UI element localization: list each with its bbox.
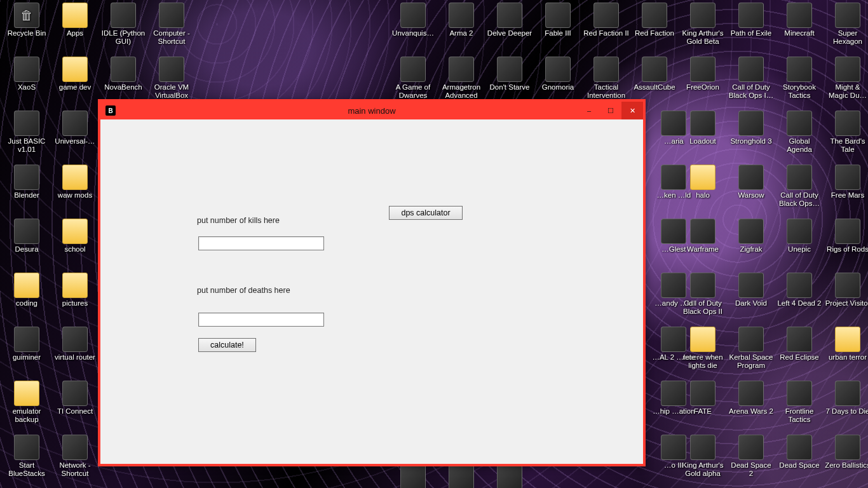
desktop-icon[interactable]: Project Visitor — [825, 273, 868, 308]
desktop-icon[interactable]: Storybook Tactics — [776, 57, 822, 100]
desktop-icon[interactable]: AssaultCube — [632, 57, 677, 92]
desktop-icon[interactable]: …ken …ld — [651, 165, 696, 200]
desktop-icon[interactable]: Dead Space 2 — [728, 435, 774, 478]
desktop-icon[interactable]: (Vanilla Re… — [390, 464, 436, 488]
app-icon — [14, 435, 39, 460]
desktop-icon[interactable]: Call of Duty Black Ops… — [776, 165, 822, 208]
desktop-icon[interactable]: urban terror — [825, 327, 868, 362]
titlebar[interactable]: B main window – ☐ ✕ — [100, 102, 643, 119]
desktop-icon[interactable]: Trilogy — [487, 464, 532, 488]
desktop-icon[interactable]: Path of Exile — [728, 3, 774, 37]
desktop-icon[interactable]: King Arthur's Gold Beta — [680, 3, 726, 46]
desktop-icon[interactable]: XaoS — [4, 57, 50, 92]
desktop-icon[interactable]: Tactical Intervention — [583, 57, 629, 100]
desktop-icon[interactable]: school — [52, 219, 98, 254]
desktop-icon[interactable]: Universal-… — [52, 111, 98, 146]
desktop-icon-label: Stronghold 3 — [728, 137, 774, 146]
desktop-icon[interactable]: Oracle VM VirtualBox — [149, 57, 194, 100]
desktop-icon[interactable]: Free Mars — [825, 165, 868, 200]
desktop-icon[interactable]: NovaBench — [100, 57, 146, 92]
desktop-icon[interactable]: Zigfrak — [728, 219, 774, 254]
app-icon — [738, 165, 764, 190]
desktop-icon[interactable]: Rigs of Rods — [825, 219, 868, 254]
app-icon — [787, 435, 812, 460]
desktop-icon[interactable]: Red Eclipse — [776, 327, 822, 362]
desktop-icon[interactable]: Dead Space — [776, 435, 822, 470]
desktop-icon[interactable]: Dark Void — [728, 273, 774, 308]
desktop-icon[interactable]: Red Faction — [632, 3, 677, 37]
desktop-icon[interactable]: FreeOrion — [680, 57, 726, 92]
app-icon — [497, 57, 522, 82]
desktop-icon-label: Unvanquis… — [390, 29, 436, 37]
desktop-icon-label: Left 4 Dead 2 — [776, 299, 822, 308]
minimize-button[interactable]: – — [578, 102, 600, 119]
desktop-icon-label: AssaultCube — [632, 83, 677, 92]
desktop-icon[interactable]: Desura — [4, 219, 50, 254]
desktop-icon[interactable]: Zero Ballistics — [825, 435, 868, 470]
desktop-icon[interactable]: IDLE (Python GUI) — [100, 3, 146, 46]
desktop-icon[interactable]: Warsow — [728, 165, 774, 200]
desktop-icon-label: …AL 2 …lete — [651, 353, 696, 362]
desktop-icon[interactable]: …aria — [651, 111, 696, 146]
desktop-icon[interactable]: Minecraft — [776, 3, 822, 37]
desktop-icon[interactable]: Just BASIC v1.01 — [4, 111, 50, 154]
desktop-icon[interactable]: …Glest — [651, 219, 696, 254]
close-button[interactable]: ✕ — [621, 102, 643, 119]
desktop-icon[interactable]: Arena Wars 2 — [728, 381, 774, 416]
desktop-icon[interactable]: emulator backup — [4, 381, 50, 424]
desktop-icon-label: school — [52, 245, 98, 254]
desktop-icon[interactable]: coding — [4, 273, 50, 308]
desktop-icon[interactable]: Delve Deeper — [487, 3, 532, 37]
desktop-icon[interactable]: …o III — [651, 435, 696, 470]
app-icon — [62, 381, 88, 406]
desktop-icon[interactable]: 7 Days to Die — [825, 381, 868, 416]
desktop-icon-label: Red Faction — [632, 29, 677, 37]
desktop-icon[interactable]: Start BlueStacks — [4, 435, 50, 478]
desktop-icon[interactable]: guiminer — [4, 327, 50, 362]
dps-calculator-button[interactable]: dps calculator — [389, 206, 463, 220]
desktop-icon[interactable]: game dev — [52, 57, 98, 92]
desktop-icon[interactable]: virtual router — [52, 327, 98, 362]
desktop-icon[interactable]: Call of Duty Black Ops I… — [728, 57, 774, 100]
desktop-icon-label: The Bard's Tale — [825, 137, 868, 154]
desktop-icon-label: Global Agenda — [776, 137, 822, 154]
desktop-icon[interactable]: …andy …ld — [651, 273, 696, 308]
calculate-button[interactable]: calculate! — [198, 338, 256, 352]
desktop-icon[interactable]: Stronghold 3 — [728, 111, 774, 146]
desktop-icon-label: Kerbal Space Program — [728, 353, 774, 370]
desktop-icon[interactable]: …hip …ation — [651, 381, 696, 416]
desktop-icon[interactable]: Might & Magic Du… — [825, 57, 868, 100]
desktop-icon[interactable]: Fable III — [535, 3, 581, 37]
desktop-icon[interactable]: Unvanquis… — [390, 3, 436, 37]
kills-input[interactable] — [198, 236, 324, 250]
desktop-icon[interactable]: A Game of Dwarves — [390, 57, 436, 100]
desktop-icon[interactable]: Blender — [4, 165, 50, 200]
desktop-icon[interactable]: Apps — [52, 3, 98, 37]
deaths-input[interactable] — [198, 313, 324, 327]
desktop-icon[interactable]: Computer - Shortcut — [149, 3, 194, 46]
app-icon — [835, 165, 860, 190]
desktop-icon[interactable]: Network - Shortcut — [52, 435, 98, 478]
desktop-icon[interactable]: 🗑Recycle Bin — [4, 3, 50, 37]
window-client-area: dps calculator put number of kills here … — [100, 119, 643, 464]
desktop-icon[interactable]: Arma 2 — [438, 3, 484, 37]
desktop-icon[interactable]: Kerbal Space Program — [728, 327, 774, 370]
desktop-icon-label: NovaBench — [100, 83, 146, 92]
desktop-icon[interactable]: Don't Starve — [487, 57, 532, 92]
desktop-icon-label: Arma 2 — [438, 29, 484, 37]
desktop-icon[interactable]: …AL 2 …lete — [651, 327, 696, 362]
desktop-icon[interactable]: Unepic — [776, 219, 822, 254]
desktop-icon[interactable]: pictures — [52, 273, 98, 308]
desktop-icon[interactable]: Global Agenda — [776, 111, 822, 154]
desktop-icon[interactable]: Armagetron Advanced — [438, 57, 484, 100]
desktop-icon[interactable]: TI Connect — [52, 381, 98, 416]
desktop-icon[interactable]: Fields — [438, 464, 484, 488]
desktop-icon[interactable]: Super Hexagon — [825, 3, 868, 46]
maximize-button[interactable]: ☐ — [600, 102, 621, 119]
desktop-icon[interactable]: Frontline Tactics — [776, 381, 822, 424]
desktop-icon[interactable]: The Bard's Tale — [825, 111, 868, 154]
desktop-icon[interactable]: Gnomoria — [535, 57, 581, 92]
desktop-icon[interactable]: Left 4 Dead 2 — [776, 273, 822, 308]
desktop-icon[interactable]: waw mods — [52, 165, 98, 200]
desktop-icon[interactable]: Red Faction II — [583, 3, 629, 37]
